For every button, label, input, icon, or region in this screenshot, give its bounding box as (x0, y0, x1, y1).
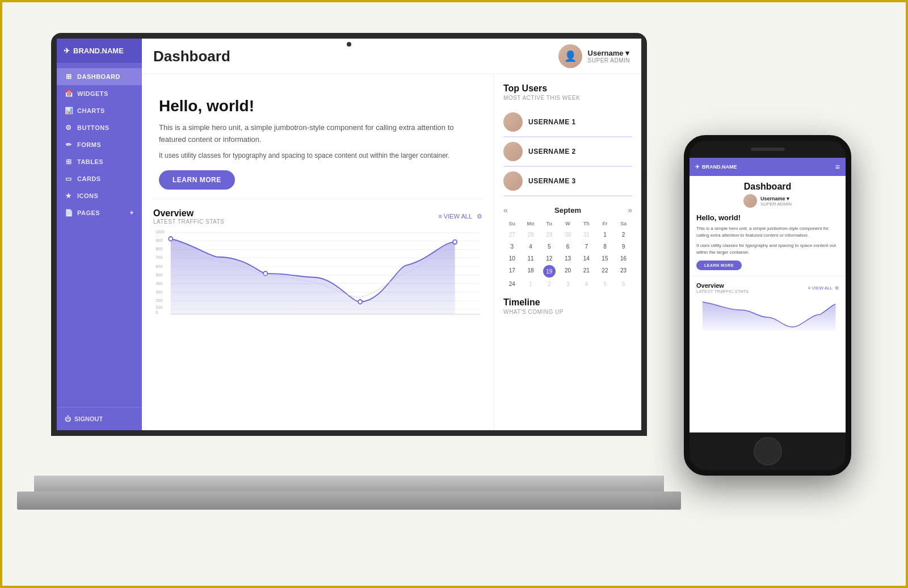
phone-overview-titles: Overview LATEST TRAFFIC STATS (696, 282, 749, 294)
calendar-day[interactable]: 2 (615, 229, 632, 240)
sidebar-item-dashboard[interactable]: ⊞ DASHBOARD (57, 68, 142, 85)
calendar-day[interactable]: 14 (578, 253, 595, 264)
view-all-link[interactable]: ≡ VIEW ALL (438, 213, 472, 220)
phone-menu-icon[interactable]: ≡ (835, 162, 840, 171)
calendar-day[interactable]: 21 (578, 265, 595, 278)
phone-role: SUPER ADMIN (760, 201, 792, 207)
calendar-day[interactable]: 7 (578, 241, 595, 252)
calendar-day[interactable]: 6 (559, 241, 577, 252)
svg-text:600: 600 (155, 263, 162, 268)
calendar-day[interactable]: 2 (540, 279, 558, 289)
signout-icon: ⏻ (65, 415, 71, 422)
calendar-prev-button[interactable]: « (503, 205, 508, 215)
calendar-day[interactable]: 20 (559, 265, 577, 278)
hero-title: Hello, world! (159, 97, 477, 115)
avatar (503, 112, 523, 132)
phone-screen: ✈ BRAND.NAME ≡ Dashboard Username ▾ SUPE… (690, 158, 846, 432)
calendar-day[interactable]: 29 (540, 229, 558, 240)
sidebar-item-label: TABLES (77, 158, 103, 165)
calendar-day[interactable]: 5 (596, 279, 614, 289)
calendar-day[interactable]: 23 (615, 265, 632, 278)
day-header-sa: Sa (615, 219, 632, 228)
topbar: Dashboard 👤 Username ▾ SUPER ADMIN (142, 39, 641, 74)
phone-overview-subtitle: LATEST TRAFFIC STATS (696, 289, 749, 294)
sidebar-item-label: CHARTS (77, 107, 105, 114)
phone-hero-text: This is a simple hero unit, a simple jum… (696, 225, 839, 239)
timeline-section: Timeline WHAT'S COMING UP (503, 297, 632, 315)
sidebar-item-pages[interactable]: 📄 PAGES + (57, 204, 142, 221)
calendar-day[interactable]: 17 (503, 265, 521, 278)
overview-subtitle: LATEST TRAFFIC STATS (153, 219, 224, 225)
calendar-day[interactable]: 22 (596, 265, 614, 278)
laptop-dashboard: ✈ BRAND.NAME ⊞ DASHBOARD 📅 WIDGETS (57, 39, 641, 430)
sidebar-item-forms[interactable]: ✏ FORMS (57, 136, 142, 153)
sidebar-brand[interactable]: ✈ BRAND.NAME (57, 39, 142, 64)
sidebar-item-label: ICONS (77, 192, 98, 199)
phone-overview-actions: ≡ VIEW ALL ⚙ (808, 285, 839, 291)
user-name: USERNAME 2 (528, 148, 576, 156)
calendar-day[interactable]: 3 (503, 241, 521, 252)
widgets-icon: 📅 (65, 90, 73, 98)
calendar-day[interactable]: 15 (596, 253, 614, 264)
calendar-day[interactable]: 10 (503, 253, 521, 264)
phone-overview-title: Overview (696, 282, 749, 289)
svg-text:100: 100 (155, 305, 162, 310)
sidebar-bottom: ⏻ SIGNOUT (57, 407, 142, 430)
sidebar-item-label: CARDS (77, 175, 101, 182)
calendar-day[interactable]: 9 (615, 241, 632, 252)
calendar-day[interactable]: 6 (615, 279, 632, 289)
sidebar-item-icons[interactable]: ★ ICONS (57, 187, 142, 204)
overview-settings-icon[interactable]: ⚙ (477, 213, 482, 220)
calendar-day[interactable]: 16 (615, 253, 632, 264)
calendar-day[interactable]: 5 (540, 241, 558, 252)
laptop-screen-outer: ✈ BRAND.NAME ⊞ DASHBOARD 📅 WIDGETS (51, 33, 647, 436)
svg-text:300: 300 (155, 289, 162, 294)
calendar-day[interactable]: 1 (522, 279, 540, 289)
calendar-day[interactable]: 12 (540, 253, 558, 264)
learn-more-button[interactable]: LEARN MORE (159, 170, 235, 190)
svg-text:200: 200 (155, 297, 162, 303)
signout-button[interactable]: ⏻ SIGNOUT (65, 415, 134, 422)
phone-brand-label: BRAND.NAME (702, 164, 737, 170)
calendar-day[interactable]: 4 (578, 279, 595, 289)
sidebar-item-buttons[interactable]: ⚙ BUTTONS (57, 119, 142, 136)
calendar-day[interactable]: 1 (596, 229, 614, 240)
calendar-day[interactable]: 3 (559, 279, 577, 289)
phone-chart (696, 297, 839, 331)
calendar-day[interactable]: 11 (522, 253, 540, 264)
phone-overview-header: Overview LATEST TRAFFIC STATS ≡ VIEW ALL… (696, 282, 839, 294)
calendar-day[interactable]: 18 (522, 265, 540, 278)
sidebar-item-charts[interactable]: 📊 CHARTS (57, 102, 142, 119)
calendar-day[interactable]: 24 (503, 279, 521, 289)
phone-learn-more-button[interactable]: LEARN MORE (696, 261, 742, 270)
sidebar-item-widgets[interactable]: 📅 WIDGETS (57, 85, 142, 102)
calendar-day[interactable]: 4 (522, 241, 540, 252)
calendar-day[interactable]: 27 (503, 229, 521, 240)
phone: ✈ BRAND.NAME ≡ Dashboard Username ▾ SUPE… (684, 135, 851, 476)
laptop-base (34, 476, 664, 493)
calendar-day-today[interactable]: 19 (543, 265, 556, 278)
calendar-day[interactable]: 28 (522, 229, 540, 240)
dashboard-icon: ⊞ (65, 73, 73, 81)
calendar-day[interactable]: 31 (578, 229, 595, 240)
content-left: Hello, world! This is a simple hero unit… (142, 74, 494, 430)
sidebar-item-tables[interactable]: ⊞ TABLES (57, 153, 142, 170)
phone-home-button[interactable] (754, 437, 782, 465)
sidebar-item-cards[interactable]: ▭ CARDS (57, 170, 142, 187)
user-role-label: SUPER ADMIN (588, 57, 630, 64)
calendar-day[interactable]: 30 (559, 229, 577, 240)
calendar-day[interactable]: 8 (596, 241, 614, 252)
scene: ✈ BRAND.NAME ⊞ DASHBOARD 📅 WIDGETS (23, 22, 885, 566)
phone-brand: ✈ BRAND.NAME (695, 164, 737, 170)
overview-section: Overview LATEST TRAFFIC STATS ≡ VIEW ALL… (153, 208, 482, 318)
phone-settings-icon[interactable]: ⚙ (835, 285, 839, 291)
svg-text:900: 900 (155, 238, 162, 243)
calendar-day[interactable]: 13 (559, 253, 577, 264)
user-text: Username ▾ SUPER ADMIN (588, 49, 630, 64)
calendar-month-label: Septem (554, 206, 581, 215)
calendar-next-button[interactable]: » (628, 205, 632, 215)
svg-text:February: February (210, 316, 226, 318)
phone-content: Dashboard Username ▾ SUPER ADMIN Hello, … (690, 176, 846, 276)
phone-view-all[interactable]: ≡ VIEW ALL (808, 285, 833, 291)
list-item: USERNAME 1 (503, 108, 632, 137)
